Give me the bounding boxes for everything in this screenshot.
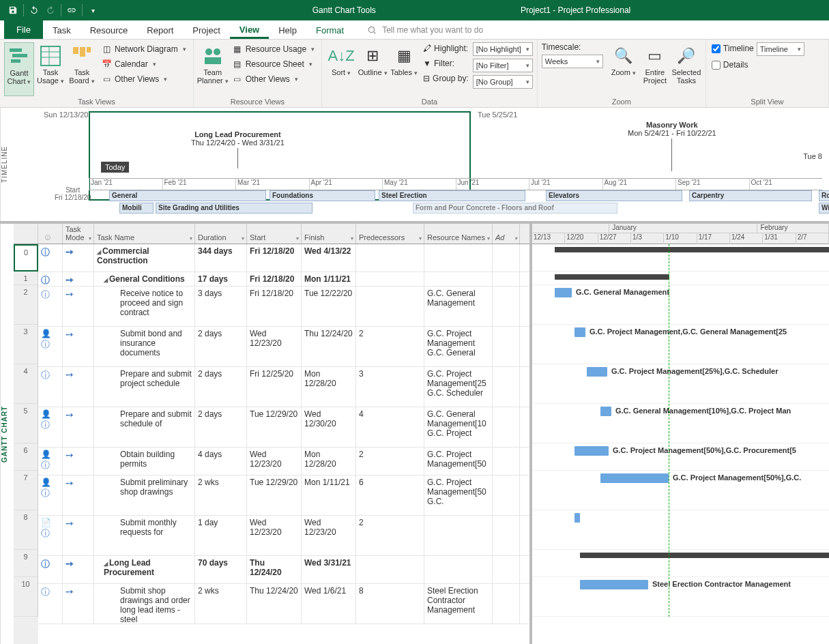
tab-report[interactable]: Report bbox=[137, 21, 183, 39]
col-start[interactable]: Start bbox=[247, 224, 302, 244]
task-row[interactable]: ➙Commercial Construction344 daysFri 12/1… bbox=[38, 244, 529, 272]
timeline-bar[interactable]: Form and Pour Concrete - Floors and Roof… bbox=[413, 203, 617, 214]
gantt-bar[interactable] bbox=[580, 553, 829, 558]
col-duration[interactable]: Duration bbox=[195, 224, 247, 244]
timeline-combo[interactable]: Timeline bbox=[757, 42, 804, 56]
task-board-button[interactable]: Task Board bbox=[67, 42, 97, 96]
other-views-2-button[interactable]: ▭Other Views bbox=[229, 72, 317, 86]
other-views-button[interactable]: ▭Other Views bbox=[98, 72, 189, 86]
calendar-button[interactable]: 📅Calendar bbox=[98, 57, 189, 71]
sort-button[interactable]: A↓ZSort bbox=[326, 42, 356, 96]
row-number[interactable]: 1 bbox=[14, 272, 38, 285]
gantt-bar[interactable] bbox=[575, 513, 580, 523]
gantt-bar[interactable]: G.C. Project Management[25%],G.C. Schedu… bbox=[587, 367, 607, 377]
timeline-bar[interactable]: WindMon bbox=[819, 203, 829, 214]
row-number[interactable]: 8 bbox=[14, 510, 38, 550]
timeline-checkbox[interactable]: Timeline bbox=[710, 42, 755, 55]
today-marker: Today bbox=[101, 162, 129, 173]
col-task-mode[interactable]: Task Mode bbox=[63, 224, 94, 244]
task-row[interactable]: 👤➙Prepare and submit schedule of2 daysTu… bbox=[38, 407, 529, 448]
gantt-body[interactable]: G.C. General ManagementG.C. Project Mana… bbox=[532, 244, 829, 617]
gantt-bar[interactable]: G.C. General Management bbox=[555, 288, 572, 297]
task-row[interactable]: ➙Receive notice to proceed and sign cont… bbox=[38, 287, 529, 327]
link-icon[interactable] bbox=[64, 3, 79, 18]
tab-resource[interactable]: Resource bbox=[81, 21, 138, 39]
tab-task[interactable]: Task bbox=[43, 21, 81, 39]
entire-project-button[interactable]: ▭Entire Project bbox=[640, 42, 670, 96]
gantt-bar[interactable]: G.C. Project Management,G.C. General Man… bbox=[575, 327, 585, 337]
filter-combo[interactable]: [No Filter] bbox=[473, 59, 533, 72]
row-number[interactable]: 4 bbox=[14, 364, 38, 404]
zoom-button[interactable]: 🔍Zoom bbox=[609, 42, 639, 96]
tab-format[interactable]: Format bbox=[306, 21, 353, 39]
tab-view[interactable]: View bbox=[230, 20, 269, 39]
gantt-bar[interactable]: G.C. Project Management[50%],G.C. bbox=[600, 473, 669, 483]
tab-project[interactable]: Project bbox=[183, 21, 229, 39]
save-icon[interactable] bbox=[5, 3, 20, 18]
groupby-combo[interactable]: [No Group] bbox=[473, 75, 533, 89]
row-number[interactable]: 2 bbox=[14, 285, 38, 325]
col-predecessors[interactable]: Predecessors bbox=[356, 224, 424, 244]
tab-help[interactable]: Help bbox=[269, 21, 306, 39]
tables-button[interactable]: ▦Tables bbox=[389, 42, 419, 96]
row-number[interactable]: 7 bbox=[14, 471, 38, 510]
highlight-combo[interactable]: [No Highlight] bbox=[473, 42, 533, 56]
task-row[interactable]: 👤➙Obtain building permits4 daysWed 12/23… bbox=[38, 448, 529, 475]
row-number[interactable]: 5 bbox=[14, 404, 38, 443]
task-row[interactable]: ➙Long Lead Procurement70 daysThu 12/24/2… bbox=[38, 556, 529, 584]
details-checkbox[interactable]: Details bbox=[710, 59, 755, 71]
gantt-chart-button[interactable]: Gantt Chart bbox=[4, 42, 34, 96]
col-resources[interactable]: Resource Names bbox=[424, 224, 493, 244]
task-row[interactable]: ➙Prepare and submit project schedule2 da… bbox=[38, 367, 529, 407]
lightbulb-icon bbox=[367, 25, 377, 35]
row-number[interactable]: 9 bbox=[14, 550, 38, 577]
col-indicators[interactable] bbox=[38, 224, 63, 244]
timeline-bar[interactable]: FoundationsWed 2/24/21 - Fri 4/9/21 bbox=[270, 190, 375, 201]
undo-icon[interactable] bbox=[27, 3, 42, 18]
row-number[interactable]: 3 bbox=[14, 325, 38, 364]
timescale-combo[interactable]: Weeks bbox=[542, 55, 603, 68]
gantt-bar[interactable]: G.C. General Management[10%],G.C. Projec… bbox=[600, 407, 611, 416]
task-row[interactable]: 👤➙Submit bond and insurance documents2 d… bbox=[38, 327, 529, 367]
row-number[interactable]: 0 bbox=[14, 244, 38, 272]
timeline-scale: Jan '21Feb '21Mar '21Apr '21May '21Jun '… bbox=[89, 178, 822, 190]
svg-rect-2 bbox=[12, 54, 27, 57]
tell-me-search[interactable]: Tell me what you want to do bbox=[367, 25, 483, 39]
timeline-bar[interactable]: RoofMon bbox=[819, 190, 829, 201]
timeline-bar[interactable]: GeneralFri 12/18/20 - bbox=[109, 190, 266, 201]
grid-body: ➙Commercial Construction344 daysFri 12/1… bbox=[38, 244, 529, 624]
network-diagram-button[interactable]: ◫Network Diagram bbox=[98, 42, 189, 56]
timeline-label: TIMELINE bbox=[0, 108, 14, 221]
task-row[interactable]: ➙General Conditions17 daysFri 12/18/20Mo… bbox=[38, 272, 529, 287]
outline-button[interactable]: ⊞Outline bbox=[358, 42, 388, 96]
resource-sheet-button[interactable]: ▤Resource Sheet bbox=[229, 57, 317, 71]
timeline-bar[interactable]: CarpentryMon bbox=[689, 190, 812, 201]
timeline-bar[interactable]: ElevatorsMon 6/21/21 - Fri 8/13/21 bbox=[546, 190, 682, 201]
gantt-bar[interactable]: Steel Erection Contractor Management bbox=[580, 580, 648, 589]
qat-customize-icon[interactable]: ▾ bbox=[85, 3, 100, 18]
gantt-bar[interactable] bbox=[555, 247, 829, 252]
resource-usage-button[interactable]: ▦Resource Usage bbox=[229, 42, 317, 56]
gantt-bar[interactable] bbox=[555, 274, 669, 280]
timeline-bar[interactable]: MobiliWed bbox=[119, 203, 154, 214]
task-row[interactable]: 📄➙Submit monthly requests for1 dayWed 12… bbox=[38, 516, 529, 556]
row-number[interactable]: 10 bbox=[14, 577, 38, 617]
col-finish[interactable]: Finish bbox=[302, 224, 356, 244]
gantt-bar[interactable]: G.C. Project Management[50%],G.C. Procur… bbox=[575, 446, 609, 456]
selected-tasks-button[interactable]: 🔎Selected Tasks bbox=[671, 42, 701, 96]
timeline-callout-1[interactable]: Long Lead Procurement Thu 12/24/20 - Wed… bbox=[191, 130, 285, 170]
tab-file[interactable]: File bbox=[4, 20, 43, 39]
group-split-view: Split View bbox=[710, 96, 824, 106]
team-planner-button[interactable]: Team Planner bbox=[198, 42, 228, 96]
col-add[interactable]: Ad bbox=[493, 224, 520, 244]
svg-point-0 bbox=[368, 27, 374, 32]
task-usage-button[interactable]: Task Usage bbox=[35, 42, 66, 96]
row-number[interactable]: 6 bbox=[14, 443, 38, 471]
timeline-bar[interactable]: Site Grading and UtilitiesWed 1/6/21 - T… bbox=[156, 203, 312, 214]
task-row[interactable]: 👤➙Submit preliminary shop drawings2 wksT… bbox=[38, 475, 529, 516]
timeline-bar[interactable]: Steel ErectionMon 4/12/21 - Fri 6/11/21 bbox=[379, 190, 525, 201]
col-task-name[interactable]: Task Name bbox=[94, 224, 195, 244]
task-row[interactable]: ➙Submit shop drawings and order long lea… bbox=[38, 584, 529, 624]
redo-icon[interactable] bbox=[43, 3, 58, 18]
timeline-callout-2[interactable]: Masonry Work Mon 5/24/21 - Fri 10/22/21 bbox=[628, 121, 716, 173]
